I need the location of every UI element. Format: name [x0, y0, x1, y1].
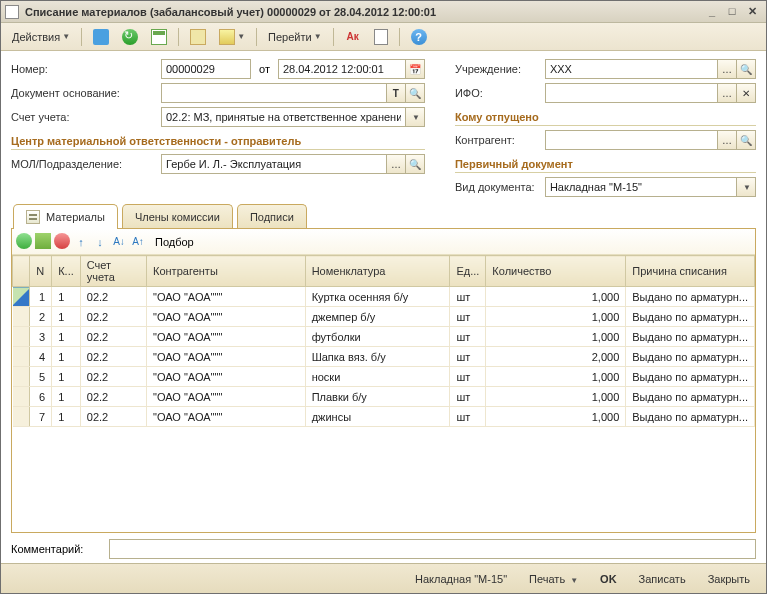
text-select-button[interactable]: T	[386, 83, 406, 103]
cell-reason[interactable]: Выдано по арматурн...	[626, 407, 755, 427]
cell-nomenclature[interactable]: футболки	[305, 327, 450, 347]
cell-contractor[interactable]: "ОАО "АОА"""	[147, 287, 306, 307]
mol-input[interactable]	[161, 154, 387, 174]
cell-k[interactable]: 1	[52, 407, 81, 427]
cell-qty[interactable]: 1,000	[486, 307, 626, 327]
cell-reason[interactable]: Выдано по арматурн...	[626, 367, 755, 387]
table-row[interactable]: 1102.2"ОАО "АОА"""Куртка осенняя б/ушт1,…	[13, 287, 755, 307]
ifo-more-button[interactable]: …	[717, 83, 737, 103]
pick-button[interactable]: Подбор	[155, 236, 194, 248]
cell-contractor[interactable]: "ОАО "АОА"""	[147, 307, 306, 327]
row-marker[interactable]	[13, 287, 30, 307]
date-input[interactable]	[278, 59, 406, 79]
col-reason[interactable]: Причина списания	[626, 256, 755, 287]
col-mark[interactable]	[13, 256, 30, 287]
ifo-clear-button[interactable]: ✕	[736, 83, 756, 103]
cell-account[interactable]: 02.2	[80, 387, 146, 407]
cell-reason[interactable]: Выдано по арматурн...	[626, 387, 755, 407]
cell-unit[interactable]: шт	[450, 367, 486, 387]
cell-nomenclature[interactable]: Шапка вяз. б/у	[305, 347, 450, 367]
cell-n[interactable]: 6	[30, 387, 52, 407]
org-input[interactable]	[545, 59, 718, 79]
cell-unit[interactable]: шт	[450, 287, 486, 307]
help-icon-button[interactable]: ?	[406, 26, 432, 48]
cell-account[interactable]: 02.2	[80, 287, 146, 307]
cell-account[interactable]: 02.2	[80, 407, 146, 427]
row-marker[interactable]	[13, 407, 30, 427]
contractor-more-button[interactable]: …	[717, 130, 737, 150]
save-icon-button[interactable]	[88, 26, 114, 48]
cell-n[interactable]: 1	[30, 287, 52, 307]
cell-contractor[interactable]: "ОАО "АОА"""	[147, 407, 306, 427]
table-row[interactable]: 7102.2"ОАО "АОА"""джинсышт1,000Выдано по…	[13, 407, 755, 427]
account-select[interactable]	[161, 107, 406, 127]
cell-qty[interactable]: 1,000	[486, 287, 626, 307]
col-n[interactable]: N	[30, 256, 52, 287]
sort-desc-button[interactable]: A↑	[130, 234, 146, 250]
row-marker[interactable]	[13, 327, 30, 347]
table-row[interactable]: 6102.2"ОАО "АОА"""Плавки б/ушт1,000Выдан…	[13, 387, 755, 407]
cell-nomenclature[interactable]: носки	[305, 367, 450, 387]
cell-nomenclature[interactable]: джемпер б/у	[305, 307, 450, 327]
cell-n[interactable]: 3	[30, 327, 52, 347]
copy-icon-button[interactable]	[185, 26, 211, 48]
print-button[interactable]: Печать ▼	[523, 570, 584, 588]
row-marker[interactable]	[13, 367, 30, 387]
cell-k[interactable]: 1	[52, 287, 81, 307]
close-button[interactable]: ✕	[742, 4, 762, 20]
cell-nomenclature[interactable]: Куртка осенняя б/у	[305, 287, 450, 307]
table-row[interactable]: 4102.2"ОАО "АОА"""Шапка вяз. б/ушт2,000В…	[13, 347, 755, 367]
cell-reason[interactable]: Выдано по арматурн...	[626, 307, 755, 327]
row-marker[interactable]	[13, 387, 30, 407]
cell-contractor[interactable]: "ОАО "АОА"""	[147, 387, 306, 407]
mol-more-button[interactable]: …	[386, 154, 406, 174]
cell-n[interactable]: 2	[30, 307, 52, 327]
tab-commission[interactable]: Члены комиссии	[122, 204, 233, 228]
cell-contractor[interactable]: "ОАО "АОА"""	[147, 367, 306, 387]
col-qty[interactable]: Количество	[486, 256, 626, 287]
cell-account[interactable]: 02.2	[80, 347, 146, 367]
cell-account[interactable]: 02.2	[80, 307, 146, 327]
table-row[interactable]: 5102.2"ОАО "АОА"""носкишт1,000Выдано по …	[13, 367, 755, 387]
refresh-icon-button[interactable]	[117, 26, 143, 48]
save-button[interactable]: Записать	[633, 570, 692, 588]
move-down-button[interactable]: ↓	[92, 234, 108, 250]
col-account[interactable]: Счет учета	[80, 256, 146, 287]
col-unit[interactable]: Ед...	[450, 256, 486, 287]
org-lookup-button[interactable]: 🔍	[736, 59, 756, 79]
mol-lookup-button[interactable]: 🔍	[405, 154, 425, 174]
cell-k[interactable]: 1	[52, 347, 81, 367]
move-up-button[interactable]: ↑	[73, 234, 89, 250]
cell-n[interactable]: 4	[30, 347, 52, 367]
cell-nomenclature[interactable]: Плавки б/у	[305, 387, 450, 407]
cell-reason[interactable]: Выдано по арматурн...	[626, 327, 755, 347]
col-k[interactable]: К...	[52, 256, 81, 287]
cell-reason[interactable]: Выдано по арматурн...	[626, 287, 755, 307]
cell-qty[interactable]: 1,000	[486, 407, 626, 427]
doc-type-select[interactable]	[545, 177, 737, 197]
lookup-button[interactable]: 🔍	[405, 83, 425, 103]
cell-unit[interactable]: шт	[450, 327, 486, 347]
comment-input[interactable]	[109, 539, 756, 559]
cell-k[interactable]: 1	[52, 367, 81, 387]
row-marker[interactable]	[13, 347, 30, 367]
cell-unit[interactable]: шт	[450, 347, 486, 367]
cell-contractor[interactable]: "ОАО "АОА"""	[147, 327, 306, 347]
minimize-button[interactable]: _	[702, 4, 722, 20]
number-input[interactable]	[161, 59, 251, 79]
ifo-input[interactable]	[545, 83, 718, 103]
ok-button[interactable]: OK	[594, 570, 623, 588]
cell-reason[interactable]: Выдано по арматурн...	[626, 347, 755, 367]
actions-menu[interactable]: Действия ▼	[7, 26, 75, 48]
doc-icon-button[interactable]	[369, 26, 393, 48]
table-row[interactable]: 3102.2"ОАО "АОА"""футболкишт1,000Выдано …	[13, 327, 755, 347]
tree-icon-button[interactable]: ▼	[214, 26, 250, 48]
m15-button[interactable]: Накладная "М-15"	[409, 570, 513, 588]
cell-unit[interactable]: шт	[450, 307, 486, 327]
cell-qty[interactable]: 2,000	[486, 347, 626, 367]
date-picker-button[interactable]: 📅	[405, 59, 425, 79]
org-more-button[interactable]: …	[717, 59, 737, 79]
table-row[interactable]: 2102.2"ОАО "АОА"""джемпер б/ушт1,000Выда…	[13, 307, 755, 327]
calendar-icon-button[interactable]	[146, 26, 172, 48]
goto-menu[interactable]: Перейти ▼	[263, 26, 327, 48]
